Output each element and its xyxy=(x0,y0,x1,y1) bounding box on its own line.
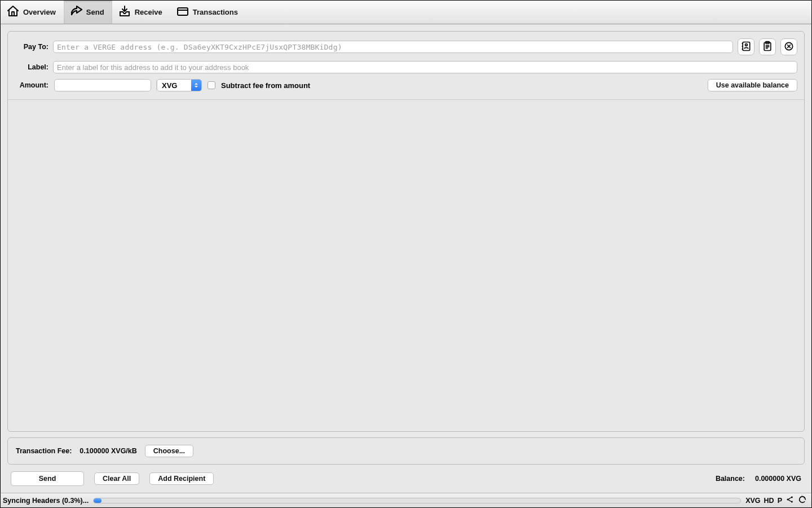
sync-spinner-icon xyxy=(798,495,807,506)
label-label: Label: xyxy=(15,63,48,71)
hd-indicator: HD xyxy=(764,497,774,505)
address-book-icon xyxy=(740,41,752,54)
tab-overview[interactable]: Overview xyxy=(1,1,64,24)
svg-rect-0 xyxy=(12,12,14,16)
address-book-button[interactable] xyxy=(738,38,754,55)
receive-inbox-icon xyxy=(118,5,131,20)
tab-label: Send xyxy=(86,8,104,16)
sync-progress-fill xyxy=(94,498,102,503)
choose-fee-button[interactable]: Choose... xyxy=(145,445,193,457)
svg-point-18 xyxy=(791,501,793,503)
tab-receive[interactable]: Receive xyxy=(112,1,170,24)
tab-label: Receive xyxy=(135,8,162,16)
main-toolbar: Overview Send Receive Transactions xyxy=(1,1,811,24)
unit-dropdown[interactable]: XVG xyxy=(157,79,202,91)
sync-status-text: Syncing Headers (0.3%)... xyxy=(3,497,89,505)
subtract-fee-checkbox[interactable] xyxy=(208,81,215,89)
tab-label: Transactions xyxy=(193,8,238,16)
amount-label: Amount: xyxy=(15,81,48,89)
content-area: Pay To: Label: xyxy=(1,24,811,493)
tab-transactions[interactable]: Transactions xyxy=(170,1,246,24)
clipboard-icon xyxy=(762,41,773,54)
home-icon xyxy=(6,5,20,20)
recipient-panel: Pay To: Label: xyxy=(7,31,805,432)
svg-rect-1 xyxy=(178,8,188,15)
label-input[interactable] xyxy=(53,61,797,73)
label-row: Label: xyxy=(15,61,797,73)
ticker-indicator: XVG xyxy=(745,497,760,505)
svg-point-4 xyxy=(745,43,748,46)
balance-label: Balance: xyxy=(716,475,745,483)
send-arrow-icon xyxy=(69,5,83,20)
balance-value: 0.000000 XVG xyxy=(755,475,801,483)
tab-label: Overview xyxy=(23,8,56,16)
send-button[interactable]: Send xyxy=(11,471,84,486)
recipient-divider xyxy=(8,99,804,100)
clear-address-button[interactable] xyxy=(780,38,797,55)
pay-to-row: Pay To: xyxy=(15,38,797,55)
unit-selected: XVG xyxy=(157,81,191,90)
amount-spinner[interactable]: ▲ ▼ xyxy=(54,79,151,91)
tab-send[interactable]: Send xyxy=(64,1,112,24)
transaction-fee-label: Transaction Fee: xyxy=(16,447,72,455)
status-bar: Syncing Headers (0.3%)... XVG HD P xyxy=(1,493,811,507)
subtract-fee-label: Subtract fee from amount xyxy=(221,81,310,90)
clear-all-button[interactable]: Clear All xyxy=(94,472,139,485)
transaction-fee-panel: Transaction Fee: 0.100000 XVG/kB Choose.… xyxy=(7,437,805,465)
status-right-cluster: XVG HD P xyxy=(745,495,807,506)
add-recipient-button[interactable]: Add Recipient xyxy=(149,472,214,485)
pay-to-input[interactable] xyxy=(53,41,733,53)
amount-row: Amount: ▲ ▼ XVG Subtract fee from amount… xyxy=(15,79,797,91)
sync-progress-bar xyxy=(93,498,741,503)
network-icon xyxy=(785,495,795,506)
svg-point-17 xyxy=(791,497,793,498)
use-available-balance-button[interactable]: Use available balance xyxy=(708,79,797,91)
paste-button[interactable] xyxy=(759,38,776,55)
clear-x-icon xyxy=(783,41,795,54)
pay-to-label: Pay To: xyxy=(15,43,48,51)
bottom-action-bar: Send Clear All Add Recipient Balance: 0.… xyxy=(7,465,805,488)
dropdown-handle-icon xyxy=(191,80,201,91)
transaction-fee-value: 0.100000 XVG/kB xyxy=(80,447,136,455)
amount-input[interactable] xyxy=(55,80,156,91)
proxy-indicator: P xyxy=(778,497,782,505)
card-icon xyxy=(176,5,189,20)
